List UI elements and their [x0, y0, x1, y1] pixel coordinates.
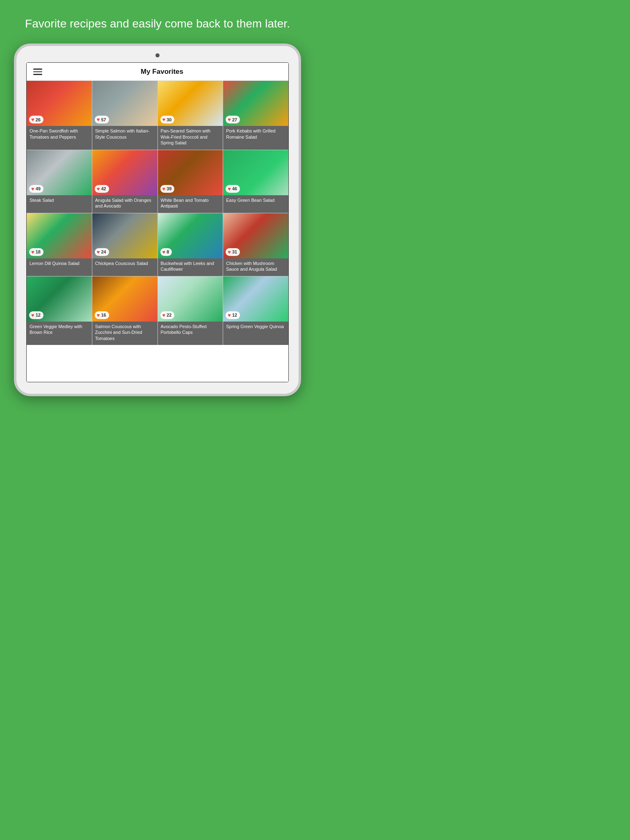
recipe-image: ♥ 42	[92, 150, 158, 195]
like-count: 27	[232, 117, 237, 122]
like-badge: ♥ 22	[160, 311, 175, 319]
recipe-title: Lemon Dill Quinoa Salad	[27, 258, 92, 276]
camera-dot	[155, 53, 160, 57]
like-badge: ♥ 27	[226, 116, 240, 123]
page-title: My Favorites	[42, 68, 282, 76]
recipe-card[interactable]: ♥ 12 Green Veggie Medley with Brown Rice	[27, 276, 92, 345]
like-count: 16	[101, 313, 106, 317]
recipe-card[interactable]: ♥ 8 Buckwheat with Leeks and Cauliflower	[158, 213, 223, 276]
recipe-card[interactable]: ♥ 39 White Bean and Tomato Antipasti	[158, 150, 223, 213]
like-count: 31	[232, 249, 237, 254]
tablet-shell: My Favorites ♥ 26 One-Pan Swordfish with…	[14, 43, 301, 396]
recipe-card[interactable]: ♥ 26 One-Pan Swordfish with Tomatoes and…	[27, 81, 92, 149]
like-badge: ♥ 12	[29, 311, 43, 319]
recipe-title: Chicken with Mushroom Sauce and Arugula …	[223, 258, 288, 276]
recipe-image: ♥ 57	[92, 81, 158, 126]
recipe-card[interactable]: ♥ 31 Chicken with Mushroom Sauce and Aru…	[223, 213, 288, 276]
like-badge: ♥ 49	[29, 185, 43, 193]
recipe-card[interactable]: ♥ 49 Steak Salad	[27, 150, 92, 213]
like-badge: ♥ 46	[226, 185, 240, 193]
like-count: 26	[36, 117, 41, 122]
like-badge: ♥ 16	[95, 311, 109, 319]
like-badge: ♥ 24	[95, 248, 109, 256]
heart-icon: ♥	[97, 249, 100, 255]
like-count: 8	[167, 249, 169, 254]
recipe-title: Chickpea Couscous Salad	[92, 258, 158, 276]
heart-icon: ♥	[162, 116, 166, 123]
recipe-image: ♥ 12	[27, 276, 92, 322]
like-count: 42	[101, 186, 106, 191]
recipe-title: Salmon Couscous with Zucchini and Sun-Dr…	[92, 322, 158, 345]
app-screen: My Favorites ♥ 26 One-Pan Swordfish with…	[26, 62, 289, 382]
recipe-image: ♥ 16	[92, 276, 158, 322]
recipe-image: ♥ 30	[158, 81, 223, 126]
recipe-card[interactable]: ♥ 22 Avocado Pesto-Stuffed Portobello Ca…	[158, 276, 223, 345]
recipe-card[interactable]: ♥ 24 Chickpea Couscous Salad	[92, 213, 158, 276]
recipe-card[interactable]: ♥ 18 Lemon Dill Quinoa Salad	[27, 213, 92, 276]
like-badge: ♥ 39	[160, 185, 175, 193]
like-badge: ♥ 42	[95, 185, 109, 193]
heart-icon: ♥	[162, 186, 166, 192]
like-count: 18	[36, 249, 41, 254]
recipe-title: Green Veggie Medley with Brown Rice	[27, 322, 92, 345]
heart-icon: ♥	[228, 186, 231, 192]
recipe-card[interactable]: ♥ 27 Pork Kebabs with Grilled Romaine Sa…	[223, 81, 288, 149]
recipe-image: ♥ 8	[158, 213, 223, 258]
like-count: 57	[101, 117, 106, 122]
like-badge: ♥ 30	[160, 116, 175, 123]
heart-icon: ♥	[97, 116, 100, 123]
recipe-image: ♥ 27	[223, 81, 288, 126]
heart-icon: ♥	[31, 249, 34, 255]
recipe-card[interactable]: ♥ 42 Arugula Salad with Oranges and Avoc…	[92, 150, 158, 213]
recipe-title: Spring Green Veggie Quinoa	[223, 322, 288, 345]
recipe-title: White Bean and Tomato Antipasti	[158, 195, 223, 213]
recipe-card[interactable]: ♥ 57 Simple Salmon with Italian-Style Co…	[92, 81, 158, 149]
recipe-image: ♥ 31	[223, 213, 288, 258]
like-count: 39	[167, 186, 171, 191]
like-count: 12	[232, 313, 237, 317]
recipe-card[interactable]: ♥ 30 Pan-Seared Salmon with Wok-Fried Br…	[158, 81, 223, 149]
like-badge: ♥ 18	[29, 248, 43, 256]
menu-icon[interactable]	[33, 68, 42, 75]
like-badge: ♥ 26	[29, 116, 43, 123]
heart-icon: ♥	[31, 186, 34, 192]
recipe-title: Easy Green Bean Salad	[223, 195, 288, 213]
recipe-image: ♥ 18	[27, 213, 92, 258]
recipe-title: Avocado Pesto-Stuffed Portobello Caps	[158, 322, 223, 345]
heart-icon: ♥	[31, 312, 34, 318]
recipe-title: Buckwheat with Leeks and Cauliflower	[158, 258, 223, 276]
recipe-image: ♥ 39	[158, 150, 223, 195]
recipe-image: ♥ 22	[158, 276, 223, 322]
recipe-card[interactable]: ♥ 12 Spring Green Veggie Quinoa	[223, 276, 288, 345]
recipe-title: One-Pan Swordfish with Tomatoes and Pepp…	[27, 126, 92, 149]
like-count: 46	[232, 186, 237, 191]
recipe-title: Steak Salad	[27, 195, 92, 213]
like-count: 24	[101, 249, 106, 254]
heart-icon: ♥	[228, 116, 231, 123]
like-badge: ♥ 8	[160, 248, 172, 256]
heart-icon: ♥	[97, 312, 100, 318]
heart-icon: ♥	[228, 312, 231, 318]
recipes-grid: ♥ 26 One-Pan Swordfish with Tomatoes and…	[27, 81, 288, 345]
heart-icon: ♥	[228, 249, 231, 255]
recipe-title: Arugula Salad with Oranges and Avocado	[92, 195, 158, 213]
tagline: Favorite recipes and easily come back to…	[9, 0, 306, 43]
recipe-image: ♥ 12	[223, 276, 288, 322]
empty-bottom-area	[27, 345, 288, 382]
recipe-title: Simple Salmon with Italian-Style Couscou…	[92, 126, 158, 149]
app-header: My Favorites	[27, 63, 288, 81]
like-badge: ♥ 31	[226, 248, 240, 256]
recipe-image: ♥ 24	[92, 213, 158, 258]
heart-icon: ♥	[162, 312, 166, 318]
recipe-image: ♥ 46	[223, 150, 288, 195]
like-badge: ♥ 12	[226, 311, 240, 319]
recipe-image: ♥ 26	[27, 81, 92, 126]
recipe-card[interactable]: ♥ 46 Easy Green Bean Salad	[223, 150, 288, 213]
recipe-title: Pan-Seared Salmon with Wok-Fried Broccol…	[158, 126, 223, 149]
heart-icon: ♥	[31, 116, 34, 123]
heart-icon: ♥	[162, 249, 166, 255]
like-count: 22	[167, 313, 171, 317]
like-count: 30	[167, 117, 171, 122]
recipe-card[interactable]: ♥ 16 Salmon Couscous with Zucchini and S…	[92, 276, 158, 345]
like-badge: ♥ 57	[95, 116, 109, 123]
